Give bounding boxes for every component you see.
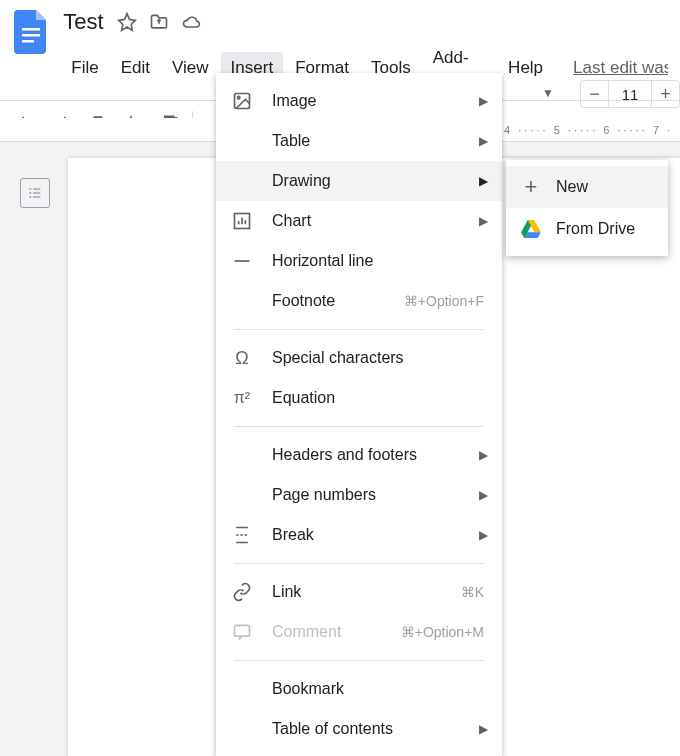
insert-page-numbers[interactable]: Page numbers ▶ bbox=[216, 475, 502, 515]
shortcut-label: ⌘K bbox=[461, 584, 484, 600]
font-size-increase[interactable]: + bbox=[651, 80, 679, 108]
insert-special-chars[interactable]: Ω Special characters bbox=[216, 338, 502, 378]
svg-point-3 bbox=[29, 188, 31, 190]
svg-rect-8 bbox=[33, 196, 40, 197]
menu-label: Footnote bbox=[272, 292, 404, 310]
menu-label: Horizontal line bbox=[272, 252, 484, 270]
insert-dropdown: Image ▶ Table ▶ Drawing ▶ Chart ▶ Horizo… bbox=[216, 73, 502, 756]
insert-footnote[interactable]: Footnote ⌘+Option+F bbox=[216, 281, 502, 321]
menu-help[interactable]: Help bbox=[498, 52, 553, 84]
menu-label: Comment bbox=[272, 623, 401, 641]
star-icon[interactable] bbox=[116, 11, 138, 33]
move-icon[interactable] bbox=[148, 11, 170, 33]
drive-icon bbox=[520, 218, 542, 240]
zoom-caret-icon[interactable]: ▼ bbox=[542, 86, 554, 100]
submenu-label: From Drive bbox=[556, 220, 635, 238]
svg-point-5 bbox=[29, 192, 31, 194]
svg-rect-13 bbox=[235, 625, 250, 636]
menu-label: Table bbox=[272, 132, 484, 150]
omega-icon: Ω bbox=[230, 346, 254, 370]
font-size-value[interactable]: 11 bbox=[609, 86, 651, 103]
svg-point-10 bbox=[237, 96, 240, 99]
menu-label: Equation bbox=[272, 389, 484, 407]
cloud-status-icon[interactable] bbox=[180, 11, 202, 33]
insert-toc[interactable]: Table of contents ▶ bbox=[216, 709, 502, 749]
insert-bookmark[interactable]: Bookmark bbox=[216, 669, 502, 709]
menu-view[interactable]: View bbox=[162, 52, 219, 84]
shortcut-label: ⌘+Option+F bbox=[404, 293, 484, 309]
doc-title[interactable]: Test bbox=[61, 7, 105, 37]
menu-label: Headers and footers bbox=[272, 446, 484, 464]
menu-label: Bookmark bbox=[272, 680, 484, 698]
submenu-arrow-icon: ▶ bbox=[479, 94, 488, 108]
image-icon bbox=[230, 89, 254, 113]
submenu-arrow-icon: ▶ bbox=[479, 488, 488, 502]
menu-label: Page numbers bbox=[272, 486, 484, 504]
insert-drawing[interactable]: Drawing ▶ bbox=[216, 161, 502, 201]
comment-icon bbox=[230, 620, 254, 644]
break-icon bbox=[230, 523, 254, 547]
drawing-new[interactable]: + New bbox=[506, 166, 668, 208]
menu-file[interactable]: File bbox=[61, 52, 108, 84]
menu-edit[interactable]: Edit bbox=[111, 52, 160, 84]
menu-label: Table of contents bbox=[272, 720, 484, 738]
svg-rect-6 bbox=[33, 192, 40, 193]
insert-headers-footers[interactable]: Headers and footers ▶ bbox=[216, 435, 502, 475]
submenu-arrow-icon: ▶ bbox=[479, 134, 488, 148]
chart-icon bbox=[230, 209, 254, 233]
drawing-from-drive[interactable]: From Drive bbox=[506, 208, 668, 250]
pi-icon: π² bbox=[230, 386, 254, 410]
font-size-decrease[interactable]: − bbox=[581, 80, 609, 108]
submenu-label: New bbox=[556, 178, 588, 196]
insert-equation[interactable]: π² Equation bbox=[216, 378, 502, 418]
submenu-arrow-icon: ▶ bbox=[479, 174, 488, 188]
insert-image[interactable]: Image ▶ bbox=[216, 81, 502, 121]
shortcut-label: ⌘+Option+M bbox=[401, 624, 484, 640]
svg-rect-4 bbox=[33, 188, 40, 189]
insert-comment: Comment ⌘+Option+M bbox=[216, 612, 502, 652]
docs-logo[interactable] bbox=[12, 8, 51, 56]
submenu-arrow-icon: ▶ bbox=[479, 722, 488, 736]
svg-rect-2 bbox=[22, 40, 34, 43]
svg-rect-0 bbox=[22, 28, 40, 31]
drawing-submenu: + New From Drive bbox=[506, 160, 668, 256]
submenu-arrow-icon: ▶ bbox=[479, 214, 488, 228]
last-edit-link[interactable]: Last edit was s bbox=[573, 58, 668, 78]
menu-label: Chart bbox=[272, 212, 484, 230]
submenu-arrow-icon: ▶ bbox=[479, 528, 488, 542]
menu-label: Image bbox=[272, 92, 484, 110]
svg-rect-1 bbox=[22, 34, 40, 37]
insert-table[interactable]: Table ▶ bbox=[216, 121, 502, 161]
insert-link[interactable]: Link ⌘K bbox=[216, 572, 502, 612]
plus-icon: + bbox=[520, 176, 542, 198]
insert-horizontal-line[interactable]: Horizontal line bbox=[216, 241, 502, 281]
insert-chart[interactable]: Chart ▶ bbox=[216, 201, 502, 241]
outline-toggle[interactable] bbox=[20, 178, 50, 208]
menu-label: Drawing bbox=[272, 172, 484, 190]
font-size-control: − 11 + bbox=[580, 80, 680, 108]
link-icon bbox=[230, 580, 254, 604]
menu-label: Link bbox=[272, 583, 461, 601]
insert-break[interactable]: Break ▶ bbox=[216, 515, 502, 555]
submenu-arrow-icon: ▶ bbox=[479, 448, 488, 462]
hline-icon bbox=[230, 249, 254, 273]
menu-label: Break bbox=[272, 526, 484, 544]
menu-label: Special characters bbox=[272, 349, 484, 367]
svg-point-7 bbox=[29, 196, 31, 198]
